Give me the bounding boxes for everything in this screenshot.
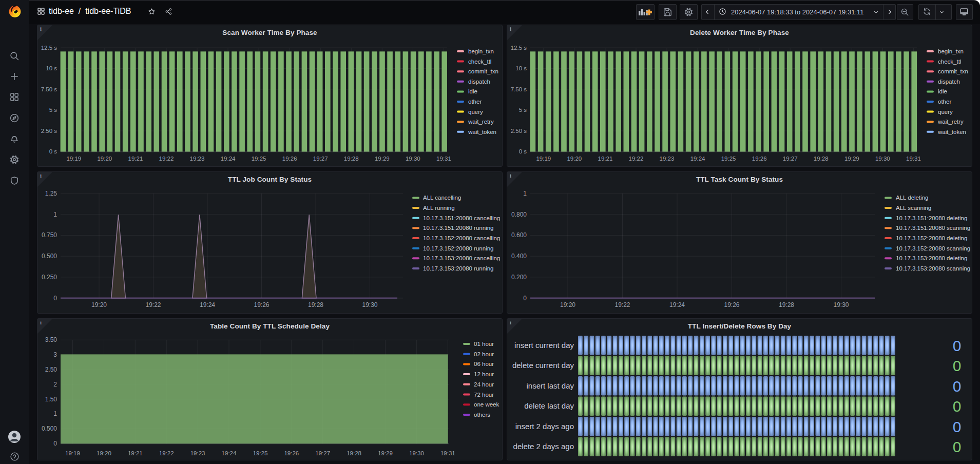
svg-text:dispatch: dispatch [468,79,490,85]
svg-text:0.500: 0.500 [42,253,57,260]
svg-text:19:24: 19:24 [222,450,237,456]
svg-text:insert 2 days ago: insert 2 days ago [515,422,574,431]
svg-text:19:19: 19:19 [66,156,81,162]
svg-text:ALL deleting: ALL deleting [896,195,929,201]
svg-text:1: 1 [523,190,527,197]
svg-text:19:29: 19:29 [844,156,859,162]
svg-text:19:20: 19:20 [97,450,111,456]
svg-text:ALL cancelling: ALL cancelling [423,195,461,201]
svg-text:01 hour: 01 hour [474,341,494,347]
svg-text:19:22: 19:22 [629,156,644,162]
svg-text:ALL running: ALL running [423,205,455,211]
svg-text:begin_txn: begin_txn [938,48,964,54]
svg-text:19:22: 19:22 [145,301,161,308]
svg-text:19:28: 19:28 [347,450,361,456]
svg-text:19:24: 19:24 [690,156,705,162]
svg-text:19:28: 19:28 [814,156,829,162]
svg-text:0.800: 0.800 [511,211,527,218]
svg-text:06 hour: 06 hour [474,361,494,367]
svg-text:0.500: 0.500 [42,425,57,432]
svg-text:19:30: 19:30 [409,450,424,456]
svg-text:10.17.3.153:20080 deleting: 10.17.3.153:20080 deleting [896,255,967,261]
svg-text:19:30: 19:30 [833,301,849,308]
svg-text:10.17.3.153:20080 running: 10.17.3.153:20080 running [423,265,493,272]
svg-text:19:28: 19:28 [308,301,323,308]
svg-text:24 hour: 24 hour [474,381,494,388]
svg-text:one week: one week [474,401,499,408]
svg-text:wait_token: wait_token [468,129,496,135]
svg-text:0.200: 0.200 [511,274,527,281]
svg-text:0: 0 [953,337,962,354]
svg-text:1.50: 1.50 [45,396,57,403]
svg-text:3.50: 3.50 [45,336,57,343]
svg-text:19:31: 19:31 [440,450,455,456]
svg-text:19:23: 19:23 [190,156,205,162]
svg-text:19:20: 19:20 [567,156,582,162]
svg-text:0: 0 [953,438,962,455]
svg-text:0: 0 [953,357,962,374]
svg-text:7.50 s: 7.50 s [41,86,57,92]
svg-text:19:28: 19:28 [779,301,794,308]
svg-text:0.600: 0.600 [511,231,527,239]
svg-text:19:30: 19:30 [406,156,420,162]
svg-text:19:25: 19:25 [253,450,268,456]
svg-text:1: 1 [53,410,57,417]
svg-text:10.17.3.152:20080 running: 10.17.3.152:20080 running [423,245,493,252]
svg-text:delete 2 days ago: delete 2 days ago [513,442,574,451]
svg-text:0: 0 [523,295,527,302]
svg-text:19:19: 19:19 [536,156,551,162]
svg-text:19:24: 19:24 [200,301,215,308]
svg-text:10.17.3.151:20080 deleting: 10.17.3.151:20080 deleting [896,215,967,221]
svg-text:2.50: 2.50 [45,366,57,373]
svg-text:commit_txn: commit_txn [468,68,498,74]
svg-text:wait_retry: wait_retry [468,119,494,125]
svg-text:19:30: 19:30 [875,156,890,162]
svg-text:19:21: 19:21 [598,156,613,162]
svg-text:12.5 s: 12.5 s [511,45,527,51]
svg-text:5 s: 5 s [49,107,57,113]
svg-text:19:26: 19:26 [724,301,739,308]
svg-text:others: others [474,412,490,418]
svg-text:ALL scanning: ALL scanning [896,205,931,211]
svg-text:19:20: 19:20 [97,156,112,162]
svg-text:1.25: 1.25 [45,190,57,197]
svg-text:10.17.3.151:20080 cancelling: 10.17.3.151:20080 cancelling [423,215,500,221]
svg-text:delete last day: delete last day [524,401,574,410]
svg-text:19:31: 19:31 [436,156,451,162]
svg-text:19:25: 19:25 [721,156,736,162]
svg-text:19:22: 19:22 [614,301,630,308]
svg-text:commit_txn: commit_txn [938,68,968,74]
svg-text:10.17.3.153:20080 cancelling: 10.17.3.153:20080 cancelling [423,255,500,261]
svg-text:0.400: 0.400 [511,253,527,260]
svg-text:dispatch: dispatch [938,79,960,85]
svg-text:10.17.3.151:20080 scanning: 10.17.3.151:20080 scanning [896,225,970,231]
svg-text:10 s: 10 s [46,65,57,71]
svg-text:10.17.3.153:20080 scanning: 10.17.3.153:20080 scanning [896,265,970,272]
svg-text:10.17.3.151:20080 running: 10.17.3.151:20080 running [423,225,493,231]
svg-text:19:22: 19:22 [159,450,174,456]
svg-text:19:28: 19:28 [344,156,359,162]
svg-text:19:26: 19:26 [284,450,299,456]
svg-text:0: 0 [53,440,57,447]
svg-text:0 s: 0 s [519,148,527,154]
svg-text:19:26: 19:26 [282,156,297,162]
svg-text:idle: idle [468,88,477,94]
svg-text:19:27: 19:27 [315,450,330,456]
svg-text:19:25: 19:25 [252,156,266,162]
svg-text:insert current day: insert current day [514,341,574,350]
svg-text:19:31: 19:31 [906,156,921,162]
svg-text:19:24: 19:24 [669,301,685,308]
svg-text:idle: idle [938,88,947,94]
svg-text:0: 0 [953,418,962,435]
svg-text:3: 3 [53,351,57,358]
svg-text:query: query [468,109,483,115]
svg-text:10.17.3.152:20080 cancelling: 10.17.3.152:20080 cancelling [423,235,500,241]
svg-text:0: 0 [53,295,57,302]
svg-text:check_ttl: check_ttl [938,59,961,65]
svg-text:1: 1 [53,211,57,218]
svg-text:10.17.3.152:20080 scanning: 10.17.3.152:20080 scanning [896,245,970,252]
svg-text:other: other [468,99,482,105]
svg-text:19:21: 19:21 [128,450,143,456]
svg-text:other: other [938,99,951,105]
svg-text:19:20: 19:20 [560,301,575,308]
